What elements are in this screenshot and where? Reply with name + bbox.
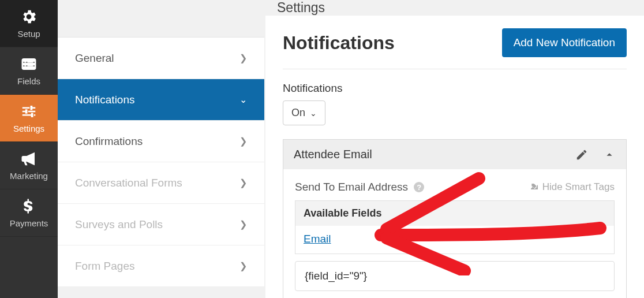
primary-nav: Setup Fields Settings Marketing Payments [0,0,58,298]
panel-title: Attendee Email [294,148,372,161]
sidebar-item-notifications[interactable]: Notifications ⌄ [58,79,264,121]
main-panel: Settings Notifications Add New Notificat… [264,0,644,298]
nav-payments-label: Payments [10,218,48,228]
sidebar-item-confirmations[interactable]: Confirmations ❯ [58,121,264,162]
hide-smart-tags-link[interactable]: Hide Smart Tags [530,181,615,193]
list-icon [20,55,38,73]
available-fields-box: Available Fields Email [295,200,615,254]
chevron-right-icon: ❯ [239,219,247,230]
send-to-label: Send To Email Address [295,181,408,193]
chevron-up-icon[interactable] [603,148,616,161]
nav-marketing[interactable]: Marketing [0,142,58,189]
sidebar-item-label: Confirmations [75,135,143,148]
add-notification-button[interactable]: Add New Notification [502,28,627,57]
help-icon[interactable]: ? [414,182,424,192]
chevron-down-icon: ⌄ [310,109,317,118]
gear-icon [20,8,38,25]
nav-fields[interactable]: Fields [0,47,58,95]
nav-marketing-label: Marketing [10,171,48,181]
nav-settings[interactable]: Settings [0,95,58,142]
sidebar-item-label: Conversational Forms [75,177,182,189]
sidebar-item-surveys[interactable]: Surveys and Polls ❯ [58,204,264,245]
bullhorn-icon [20,150,38,167]
chevron-down-icon: ⌄ [239,94,247,105]
page-title: Notifications [283,32,395,54]
dropdown-value: On [291,107,305,119]
nav-payments[interactable]: Payments [0,189,58,237]
chevron-right-icon: ❯ [239,177,247,188]
nav-settings-label: Settings [13,124,44,133]
sidebar-item-label: General [75,52,114,65]
sidebar-item-formpages[interactable]: Form Pages ❯ [58,245,264,287]
sidebar-item-label: Form Pages [75,260,134,273]
svg-rect-4 [28,65,33,66]
sidebar-item-label: Surveys and Polls [75,218,163,231]
field-email-link[interactable]: Email [295,226,614,254]
notification-panel: Attendee Email Send To Email Address ? [283,139,627,298]
nav-fields-label: Fields [17,76,40,86]
svg-rect-1 [25,61,27,63]
tags-icon [530,182,539,192]
nav-setup[interactable]: Setup [0,0,58,47]
sidebar-item-general[interactable]: General ❯ [58,38,264,79]
chevron-right-icon: ❯ [239,136,247,147]
available-fields-heading: Available Fields [295,201,614,226]
sliders-icon [20,103,38,120]
notifications-status-dropdown[interactable]: On ⌄ [283,100,325,125]
svg-rect-3 [25,65,27,66]
chevron-right-icon: ❯ [239,260,247,271]
chevron-right-icon: ❯ [239,53,247,64]
sidebar-item-conversational[interactable]: Conversational Forms ❯ [58,162,264,204]
nav-setup-label: Setup [17,29,40,39]
send-to-input[interactable] [295,261,615,291]
notifications-label: Notifications [283,82,627,95]
page-header: Settings [264,0,644,16]
settings-sidebar: General ❯ Notifications ⌄ Confirmations … [58,0,264,298]
svg-rect-2 [28,61,33,63]
edit-icon[interactable] [575,148,588,161]
dollar-icon [20,198,38,215]
sidebar-item-label: Notifications [75,94,135,106]
